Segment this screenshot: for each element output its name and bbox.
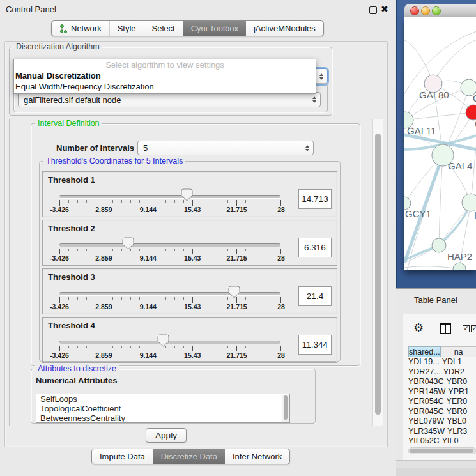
cell-shared-name[interactable]: YBL079W — [408, 417, 444, 427]
list-scrollbar-thumb[interactable] — [284, 395, 288, 420]
attribute-item[interactable]: SelfLoops — [36, 394, 289, 404]
tick-label: 21.715 — [227, 351, 247, 359]
combo-stepper-icon — [305, 145, 309, 151]
close-icon[interactable]: ✖ — [381, 4, 388, 14]
cell-name[interactable]: YIL0 — [440, 436, 476, 446]
table-row[interactable]: YBR045CYBR0 — [408, 407, 476, 417]
table-row[interactable]: YIL052CYIL0 — [408, 436, 476, 446]
threshold-slider-track[interactable] — [59, 341, 280, 344]
tab-label: Style — [118, 21, 136, 36]
tab-cyni-toolbox[interactable]: Cyni Toolbox — [183, 21, 246, 36]
network-view-canvas[interactable]: GAL80GACGAL11GAL4GCY1HHAP2 — [404, 17, 476, 270]
cell-name[interactable]: YBR0 — [444, 407, 476, 417]
threshold-slider-track[interactable] — [59, 195, 280, 198]
tick-label: 15.43 — [184, 206, 201, 213]
threshold-value-field[interactable]: 21.4 — [298, 286, 332, 306]
checkbox-icon[interactable]: ✓ — [471, 325, 476, 332]
screen: Control Panel ✖ Network Style Select Cyn… — [0, 0, 476, 476]
apply-button[interactable]: Apply — [146, 428, 187, 443]
network-window-frame: GAL80GACGAL11GAL4GCY1HHAP2 — [396, 0, 476, 288]
table-row[interactable]: YBL079WYBL0 — [408, 417, 476, 427]
threshold-value-field[interactable]: 6.316 — [298, 238, 332, 257]
slider-tick-labels: -3.4262.8599.14415.4321.71528 — [59, 351, 281, 359]
attribute-item[interactable]: TopologicalCoefficient — [36, 404, 289, 413]
mac-close-button[interactable] — [410, 6, 419, 15]
cell-shared-name[interactable]: YPR145W — [408, 387, 445, 397]
threshold-slider-track[interactable] — [59, 243, 280, 247]
network-node-h[interactable] — [462, 194, 476, 211]
vertical-scrollbar[interactable] — [372, 119, 383, 426]
network-edge[interactable] — [404, 266, 459, 269]
cell-name[interactable]: YDL1 — [440, 357, 476, 367]
dropdown-option[interactable]: Manual Discretization — [14, 70, 316, 81]
threshold-slider-thumb[interactable] — [181, 188, 193, 201]
threshold-slider-thumb[interactable] — [122, 237, 134, 250]
tab-jactivemnodules[interactable]: jActiveMNodules — [246, 21, 323, 36]
threshold-slider-thumb[interactable] — [157, 334, 169, 347]
cell-name[interactable]: YBL0 — [444, 417, 476, 427]
attribute-item[interactable]: BetweennessCentrality — [36, 413, 289, 423]
tick-label: 28 — [277, 206, 285, 213]
mac-zoom-button[interactable] — [432, 6, 441, 15]
threshold-value-field[interactable]: 14.713 — [298, 189, 332, 209]
threshold-slider-track[interactable] — [59, 292, 280, 295]
cell-shared-name[interactable]: YLR345W — [408, 427, 445, 437]
cell-name[interactable]: YDR2 — [441, 367, 476, 378]
cell-name[interactable]: YPR1 — [445, 387, 476, 397]
threshold-value-field[interactable]: 11.344 — [298, 335, 332, 355]
mac-minimize-button[interactable] — [421, 6, 430, 15]
slider-ticks — [59, 297, 281, 303]
threshold-slider-thumb[interactable] — [228, 286, 240, 298]
cell-name[interactable]: YER0 — [444, 397, 476, 407]
slider-ticks — [59, 200, 281, 206]
cell-shared-name[interactable]: YBR045C — [408, 407, 444, 417]
cell-shared-name[interactable]: YIL052C — [408, 436, 440, 446]
tab-impute-data[interactable]: Impute Data — [92, 449, 153, 464]
table-row[interactable]: YBR043CYBR0 — [408, 377, 476, 387]
tab-style[interactable]: Style — [109, 21, 144, 36]
numerical-attributes-list[interactable]: SelfLoopsTopologicalCoefficientBetweenne… — [36, 394, 290, 423]
discretization-algorithm-group: Discretization Algorithm Select algorith… — [9, 47, 332, 116]
threshold-label: Threshold 4 — [48, 321, 95, 330]
horizontal-scrollbar-thumb[interactable] — [410, 449, 473, 453]
cell-name[interactable]: YBR0 — [444, 377, 476, 387]
cell-shared-name[interactable]: YER054C — [408, 397, 444, 407]
float-window-icon[interactable] — [369, 6, 377, 14]
combo-stepper-icon — [312, 96, 316, 103]
column-header-shared-name[interactable]: shared... — [408, 346, 441, 357]
vertical-scrollbar-thumb[interactable] — [375, 134, 381, 415]
number-of-intervals-combobox[interactable]: 5 — [137, 141, 314, 155]
table-row[interactable]: YLR345WYLR3 — [408, 427, 476, 437]
table-row[interactable]: YER054CYER0 — [408, 397, 476, 407]
thresholds-group: Threshold's Coordinates for 5 Intervals … — [39, 161, 341, 362]
gear-icon[interactable]: ⚙ — [413, 322, 424, 334]
tab-network[interactable]: Network — [52, 21, 109, 36]
table-data-combobox[interactable]: galFiltered.sif default node — [18, 92, 321, 107]
table-row[interactable]: YDR27...YDR2 — [408, 367, 476, 378]
bottom-tab-bar: Impute Data Discretize Data Infer Networ… — [91, 449, 290, 464]
column-header-name[interactable]: na — [441, 346, 476, 357]
cell-shared-name[interactable]: YBR043C — [408, 377, 444, 387]
network-edge[interactable] — [405, 112, 473, 120]
checkbox-icon[interactable]: ✓ — [463, 325, 470, 332]
horizontal-scrollbar[interactable] — [408, 447, 476, 454]
columns-icon[interactable] — [440, 323, 451, 334]
cell-shared-name[interactable]: YDL19... — [408, 357, 440, 367]
node-label: GCY1 — [405, 208, 431, 219]
tab-select[interactable]: Select — [144, 21, 183, 36]
network-node-hap2[interactable] — [432, 238, 446, 252]
network-window-titlebar — [404, 4, 476, 18]
tick-label: 21.715 — [227, 254, 247, 262]
dropdown-option[interactable]: Equal Width/Frequency Discretization — [14, 81, 316, 92]
table-row[interactable]: YDL19...YDL1 — [408, 357, 476, 367]
tab-infer-network[interactable]: Infer Network — [225, 449, 289, 464]
table-row[interactable]: YPR145WYPR1 — [408, 387, 476, 397]
slider-tick-labels: -3.4262.8599.14415.4321.71528 — [59, 206, 281, 213]
dropdown-placeholder-option[interactable]: Select algorithm to view settings — [14, 59, 316, 70]
cell-shared-name[interactable]: YDR27... — [408, 367, 441, 378]
cell-name[interactable]: YLR3 — [445, 427, 476, 437]
network-node-gcy1[interactable] — [404, 197, 411, 210]
network-node[interactable] — [453, 263, 466, 270]
list-scrollbar[interactable] — [282, 395, 289, 422]
tab-discretize-data[interactable]: Discretize Data — [153, 449, 225, 464]
